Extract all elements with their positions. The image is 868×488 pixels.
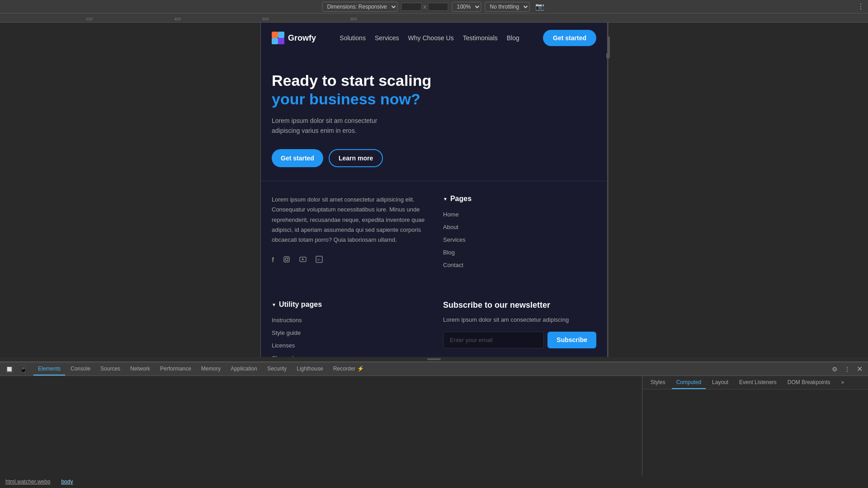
top-toolbar: Dimensions: Responsive 768 x 920 100% No…	[0, 0, 868, 14]
footer-bottom-section: ▼ Utility pages Instructions Style guide…	[261, 296, 607, 357]
tab-performance[interactable]: Performance	[156, 363, 196, 375]
breadcrumb-html[interactable]: html.watcher.webp	[5, 479, 50, 485]
pages-chevron-icon: ▼	[443, 197, 448, 202]
tab-lighthouse[interactable]: Lighthouse	[292, 363, 328, 375]
utility-chevron-icon: ▼	[272, 302, 276, 307]
devtools-statusbar: html.watcher.webp body	[0, 475, 868, 488]
nav-solutions[interactable]: Solutions	[340, 34, 366, 42]
hero-title-line2: your business now?	[272, 90, 420, 108]
svg-point-6	[288, 258, 288, 258]
drag-handle-bar	[427, 358, 441, 360]
svg-rect-3	[278, 38, 284, 44]
navbar: Growfy Solutions Services Why Choose Us …	[261, 23, 607, 53]
devtools-more-button[interactable]: ⋮	[842, 365, 852, 374]
logo: Growfy	[272, 32, 316, 44]
footer-bottom-grid: ▼ Utility pages Instructions Style guide…	[272, 296, 596, 357]
more-options-button[interactable]: ⋮	[857, 2, 864, 11]
tab-layout[interactable]: Layout	[708, 376, 733, 389]
devtools-close-button[interactable]: ✕	[855, 364, 864, 374]
nav-why-choose[interactable]: Why Choose Us	[408, 34, 454, 42]
footer-link-blog[interactable]: Blog	[443, 249, 455, 256]
page-container: Growfy Solutions Services Why Choose Us …	[260, 23, 608, 357]
zoom-select[interactable]: 100%	[452, 2, 481, 12]
device-toggle-button[interactable]: 📱	[18, 365, 29, 374]
footer-description-col: Lorem ipsum dolor sit amet consectetur a…	[272, 195, 425, 269]
footer-link-services[interactable]: Services	[443, 236, 466, 243]
throttle-select[interactable]: No throttling	[485, 2, 530, 12]
devtools-panel: 🔲 📱 Elements Console Sources Network Per…	[0, 361, 868, 488]
tab-application[interactable]: Application	[226, 363, 262, 375]
utility-link-instructions[interactable]: Instructions	[272, 317, 302, 324]
grey-left-panel	[0, 23, 260, 357]
ruler: 200 400 600 800	[0, 14, 868, 23]
logo-text: Growfy	[288, 33, 316, 43]
utility-title: ▼ Utility pages	[272, 300, 425, 309]
footer-utility-col: ▼ Utility pages Instructions Style guide…	[272, 300, 425, 357]
svg-marker-8	[302, 258, 304, 260]
subscribe-button[interactable]: Subscribe	[547, 332, 596, 348]
tab-security[interactable]: Security	[263, 363, 291, 375]
styles-panel: Styles Computed Layout Event Listeners D…	[642, 376, 868, 475]
svg-rect-4	[284, 257, 289, 262]
tab-dom-breakpoints[interactable]: DOM Breakpoints	[783, 376, 835, 389]
tab-styles[interactable]: Styles	[646, 376, 670, 389]
newsletter-form: Subscribe	[443, 332, 596, 348]
svg-rect-1	[278, 32, 284, 38]
tab-computed[interactable]: Computed	[672, 376, 706, 389]
footer-link-about[interactable]: About	[443, 224, 458, 230]
tab-sources[interactable]: Sources	[96, 363, 125, 375]
facebook-icon[interactable]: f	[272, 256, 274, 265]
width-input[interactable]: 768	[401, 3, 422, 11]
toolbar-center: Dimensions: Responsive 768 x 920 100% No…	[322, 1, 546, 12]
nav-services[interactable]: Services	[375, 34, 399, 42]
footer-top-grid: Lorem ipsum dolor sit amet consectetur a…	[272, 195, 596, 269]
newsletter-email-input[interactable]	[443, 332, 544, 348]
inspect-element-button[interactable]: 🔲	[4, 365, 15, 374]
tab-event-listeners[interactable]: Event Listeners	[735, 376, 781, 389]
height-input[interactable]: 920	[428, 3, 448, 11]
tab-recorder[interactable]: Recorder ⚡	[329, 363, 368, 375]
nav-testimonials[interactable]: Testimonials	[463, 34, 498, 42]
newsletter-title: Subscribe to our newsletter	[443, 300, 596, 310]
camera-icon[interactable]: 📷	[533, 1, 546, 12]
devtools-left-controls: 🔲 📱	[4, 365, 29, 374]
svg-point-5	[285, 258, 288, 261]
tab-elements[interactable]: Elements	[33, 363, 65, 375]
footer-top-section: Lorem ipsum dolor sit amet consectetur a…	[261, 181, 607, 296]
footer-nav-links: Home About Services Blog Contact	[443, 210, 596, 269]
footer-link-contact[interactable]: Contact	[443, 262, 463, 268]
hero-outline-button[interactable]: Learn more	[329, 149, 383, 167]
utility-link-style-guide[interactable]: Style guide	[272, 329, 301, 336]
footer-pages-col: ▼ Pages Home About Services Blog Contact	[443, 195, 596, 269]
tab-more[interactable]: »	[837, 376, 849, 389]
footer-description: Lorem ipsum dolor sit amet consectetur a…	[272, 195, 425, 244]
pages-title-text: Pages	[450, 195, 472, 203]
linkedin-icon[interactable]: in	[316, 256, 323, 265]
tab-console[interactable]: Console	[66, 363, 95, 375]
footer-social-links: f	[272, 256, 425, 265]
hero-primary-button[interactable]: Get started	[272, 149, 323, 167]
svg-rect-0	[272, 32, 278, 38]
dim-separator: x	[424, 4, 426, 10]
youtube-icon[interactable]	[299, 256, 307, 265]
devtools-settings-button[interactable]: ⚙	[830, 365, 840, 374]
breadcrumb-body[interactable]: body	[61, 479, 73, 485]
right-panel-content	[642, 389, 868, 475]
get-started-button[interactable]: Get started	[543, 30, 596, 46]
nav-blog[interactable]: Blog	[507, 34, 519, 42]
svg-text:in: in	[317, 258, 320, 262]
devtools-tab-bar: 🔲 📱 Elements Console Sources Network Per…	[0, 362, 868, 376]
newsletter-description: Lorem ipsum dolor sit am consectetur adi…	[443, 315, 596, 324]
tab-memory[interactable]: Memory	[197, 363, 225, 375]
panel-resize-handle[interactable]	[0, 357, 868, 361]
devtools-content: Styles Computed Layout Event Listeners D…	[0, 376, 868, 475]
right-panel-tabs: Styles Computed Layout Event Listeners D…	[642, 376, 868, 389]
logo-icon	[272, 32, 284, 44]
pages-title: ▼ Pages	[443, 195, 596, 203]
responsive-select[interactable]: Dimensions: Responsive	[322, 2, 398, 12]
instagram-icon[interactable]	[283, 256, 290, 265]
tab-network[interactable]: Network	[126, 363, 155, 375]
utility-link-changelog[interactable]: Changelog	[272, 355, 300, 357]
footer-link-home[interactable]: Home	[443, 211, 459, 218]
utility-link-licenses[interactable]: Licenses	[272, 342, 295, 349]
